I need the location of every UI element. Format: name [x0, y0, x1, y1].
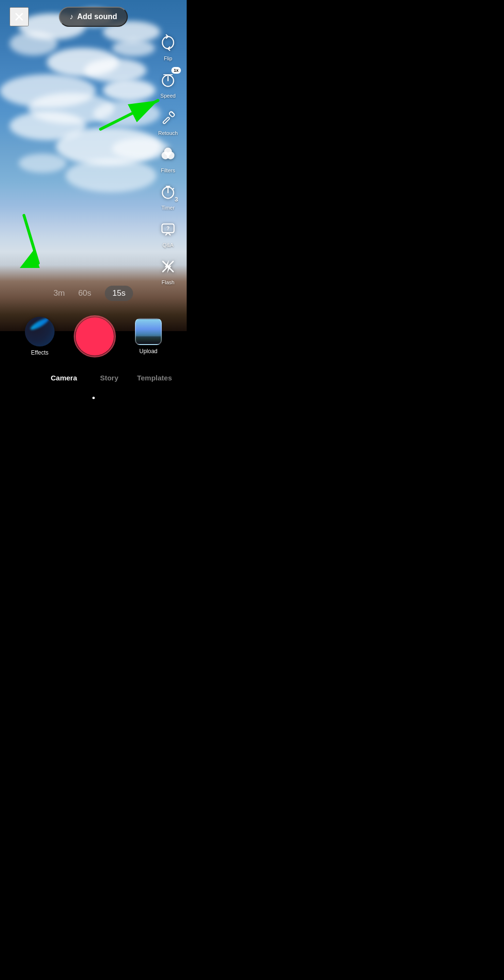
upload-button[interactable]: Upload [135, 318, 162, 355]
svg-point-7 [173, 113, 174, 114]
speed-icon: 1x [157, 69, 179, 91]
speed-label: Speed [160, 93, 176, 99]
record-button[interactable] [76, 317, 114, 356]
flash-button[interactable]: Flash [155, 253, 181, 288]
flash-icon [157, 256, 179, 278]
story-tab-label: Story [100, 374, 118, 382]
retouch-icon [157, 106, 179, 128]
speed-button[interactable]: 1x Speed [155, 66, 181, 101]
timer-label: Timer [161, 205, 175, 211]
music-icon: ♪ [69, 12, 73, 21]
duration-60s[interactable]: 60s [78, 289, 91, 298]
duration-3m[interactable]: 3m [54, 289, 65, 298]
nav-indicator-dot [92, 397, 95, 399]
effects-circle-icon [25, 317, 55, 346]
filters-button[interactable]: Filters [155, 141, 181, 176]
duration-bar: 3m 60s 15s [0, 286, 187, 301]
upload-thumbnail [135, 318, 162, 345]
templates-tab-label: Templates [137, 374, 172, 382]
qa-icon: ? [157, 218, 179, 240]
timer-icon: 3 [157, 181, 179, 203]
effects-label: Effects [31, 349, 48, 356]
flip-label: Flip [164, 56, 172, 61]
nav-tab-templates[interactable]: Templates [132, 374, 177, 391]
qa-button[interactable]: ? Q&A [155, 215, 181, 251]
flip-icon [157, 32, 179, 54]
svg-point-6 [171, 111, 173, 113]
add-sound-button[interactable]: ♪ Add sound [59, 7, 128, 27]
camera-tab-label: Camera [51, 374, 77, 382]
timer-button[interactable]: 3 Timer [155, 178, 181, 213]
bottom-controls: Effects Upload [0, 317, 187, 356]
qa-label: Q&A [162, 242, 173, 248]
retouch-button[interactable]: Retouch [155, 103, 181, 139]
timer-badge: 3 [175, 196, 178, 203]
add-sound-label: Add sound [77, 12, 117, 21]
nav-tab-camera[interactable]: Camera [41, 374, 87, 391]
duration-15s[interactable]: 15s [105, 286, 133, 301]
filters-label: Filters [161, 167, 175, 173]
nav-tab-none[interactable] [10, 378, 41, 387]
filters-icon [157, 144, 179, 166]
bottom-nav: Camera Story Templates [0, 361, 187, 404]
svg-text:?: ? [167, 225, 170, 231]
nav-tab-story[interactable]: Story [87, 374, 132, 391]
flash-label: Flash [162, 279, 175, 285]
close-button[interactable] [10, 7, 29, 26]
nav-tabs: Camera Story Templates [0, 374, 187, 391]
effects-button[interactable]: Effects [25, 317, 55, 356]
retouch-label: Retouch [158, 130, 178, 136]
svg-rect-4 [163, 117, 170, 124]
svg-point-11 [164, 148, 172, 156]
svg-point-8 [170, 111, 172, 112]
speed-badge: 1x [171, 67, 181, 74]
right-toolbar: Flip 1x Speed Retouch [155, 29, 181, 288]
flip-button[interactable]: Flip [155, 29, 181, 64]
upload-label: Upload [139, 348, 157, 355]
